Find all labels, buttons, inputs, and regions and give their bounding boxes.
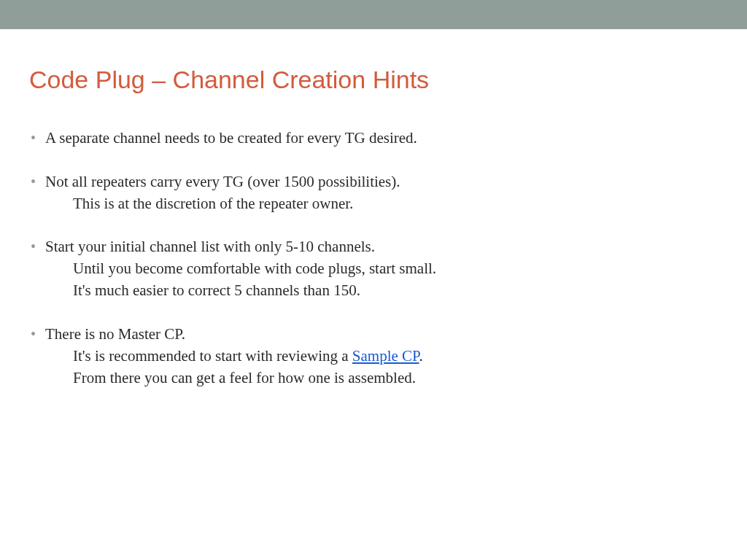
bullet-item: Start your initial channel list with onl… xyxy=(29,236,718,301)
bullet-main-text: There is no Master CP. xyxy=(45,325,185,343)
sample-cp-link[interactable]: Sample CP xyxy=(352,347,419,365)
bullet-main-text: Start your initial channel list with onl… xyxy=(45,238,375,255)
bullet-sub-text: Until you become comfortable with code p… xyxy=(45,258,718,280)
bullet-item: A separate channel needs to be created f… xyxy=(29,128,718,149)
bullet-main-text: Not all repeaters carry every TG (over 1… xyxy=(45,173,400,190)
slide-title: Code Plug – Channel Creation Hints xyxy=(29,66,718,94)
bullet-sub-text: This is at the discretion of the repeate… xyxy=(45,193,718,215)
bullet-item: Not all repeaters carry every TG (over 1… xyxy=(29,171,718,215)
slide-top-bar xyxy=(0,0,747,29)
bullet-item: There is no Master CP. It's is recommend… xyxy=(29,324,718,389)
bullet-sub-text: From there you can get a feel for how on… xyxy=(45,368,718,389)
bullet-list: A separate channel needs to be created f… xyxy=(29,128,718,389)
text-fragment: It's is recommended to start with review… xyxy=(73,347,352,365)
bullet-sub-text: It's is recommended to start with review… xyxy=(45,346,718,368)
slide-content: Code Plug – Channel Creation Hints A sep… xyxy=(0,29,747,389)
bullet-sub-text: It's much easier to correct 5 channels t… xyxy=(45,280,718,302)
text-fragment: . xyxy=(419,347,422,365)
bullet-main-text: A separate channel needs to be created f… xyxy=(45,129,417,147)
